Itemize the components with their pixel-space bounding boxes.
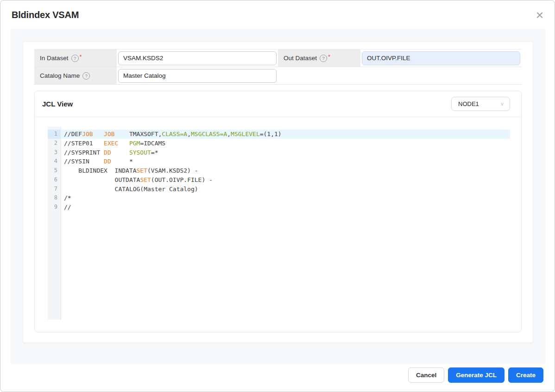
form-row: Catalog Name ? bbox=[34, 67, 522, 85]
code-line[interactable]: 4//SYSIN DD * bbox=[48, 157, 510, 166]
form-row: In Dataset ? * Out Dataset ? * bbox=[34, 50, 522, 67]
line-content: //SYSIN DD * bbox=[61, 157, 510, 166]
field-label-text: Catalog Name bbox=[40, 72, 80, 79]
line-content: OUTDATASET(OUT.OIVP.FILE) - bbox=[61, 175, 510, 185]
line-content: //STEP01 EXEC PGM=IDCAMS bbox=[61, 139, 510, 148]
line-number: 7 bbox=[48, 185, 61, 194]
line-number: 3 bbox=[48, 148, 61, 157]
jcl-view-panel: JCL View NODE1 ∨ 1//DEFJOB JOB TMAXSOFT,… bbox=[34, 91, 522, 332]
cancel-button[interactable]: Cancel bbox=[408, 367, 444, 383]
dialog-footer: Cancel Generate JCL Create bbox=[408, 367, 543, 383]
required-asterisk: * bbox=[80, 53, 82, 60]
out-dataset-input[interactable] bbox=[362, 51, 520, 65]
line-content: BLDINDEX INDATASET(VSAM.KSDS2) - bbox=[61, 166, 510, 175]
help-icon[interactable]: ? bbox=[82, 72, 90, 80]
code-line[interactable]: 3//SYSPRINT DD SYSOUT=* bbox=[48, 148, 510, 157]
code-line[interactable]: 7 CATALOG(Master Catalog) bbox=[48, 185, 510, 194]
dialog-content: In Dataset ? * Out Dataset ? * bbox=[11, 29, 545, 364]
required-asterisk: * bbox=[328, 53, 330, 60]
catalog-name-label: Catalog Name ? bbox=[34, 67, 117, 84]
line-number: 8 bbox=[48, 193, 61, 203]
line-content: /* bbox=[61, 193, 510, 203]
code-line[interactable]: 5 BLDINDEX INDATASET(VSAM.KSDS2) - bbox=[48, 166, 510, 175]
help-icon[interactable]: ? bbox=[71, 55, 79, 62]
code-line[interactable]: 6 OUTDATASET(OUT.OIVP.FILE) - bbox=[48, 175, 510, 185]
out-dataset-label: Out Dataset ? * bbox=[278, 50, 360, 67]
jcl-editor[interactable]: 1//DEFJOB JOB TMAXSOFT,CLASS=A,MSGCLASS=… bbox=[48, 127, 510, 320]
in-dataset-cell bbox=[117, 50, 278, 67]
node-select-value: NODE1 bbox=[458, 100, 479, 107]
catalog-name-cell bbox=[117, 67, 278, 84]
dataset-form: In Dataset ? * Out Dataset ? * bbox=[34, 49, 522, 85]
in-dataset-input[interactable] bbox=[118, 51, 277, 65]
line-number: 5 bbox=[48, 166, 61, 175]
code-line[interactable]: 1//DEFJOB JOB TMAXSOFT,CLASS=A,MSGCLASS=… bbox=[48, 130, 510, 139]
catalog-name-input[interactable] bbox=[118, 69, 277, 83]
close-icon[interactable]: × bbox=[533, 6, 546, 25]
create-button[interactable]: Create bbox=[508, 367, 543, 383]
code-line[interactable]: 8/* bbox=[48, 193, 510, 203]
out-dataset-cell bbox=[360, 50, 522, 67]
bldindex-vsam-dialog: Bldindex VSAM × In Dataset ? * Out Datas… bbox=[0, 0, 555, 392]
page-title: Bldindex VSAM bbox=[12, 10, 79, 20]
form-row-filler bbox=[278, 67, 522, 84]
line-content: //SYSPRINT DD SYSOUT=* bbox=[61, 148, 510, 157]
in-dataset-label: In Dataset ? * bbox=[34, 50, 117, 67]
jcl-editor-rows: 1//DEFJOB JOB TMAXSOFT,CLASS=A,MSGCLASS=… bbox=[48, 130, 510, 212]
help-icon[interactable]: ? bbox=[320, 55, 327, 62]
chevron-down-icon: ∨ bbox=[500, 101, 504, 107]
line-number: 4 bbox=[48, 157, 61, 166]
field-label-text: In Dataset bbox=[40, 55, 69, 62]
field-label-text: Out Dataset bbox=[284, 55, 317, 62]
line-number: 1 bbox=[48, 130, 61, 139]
line-number: 6 bbox=[48, 175, 61, 185]
code-line[interactable]: 2//STEP01 EXEC PGM=IDCAMS bbox=[48, 139, 510, 148]
content-card: In Dataset ? * Out Dataset ? * bbox=[23, 41, 533, 343]
line-content: CATALOG(Master Catalog) bbox=[61, 185, 510, 194]
jcl-panel-header: JCL View NODE1 ∨ bbox=[35, 91, 521, 117]
node-select[interactable]: NODE1 ∨ bbox=[451, 97, 510, 111]
jcl-panel-title: JCL View bbox=[42, 100, 73, 108]
line-number: 9 bbox=[48, 203, 61, 212]
code-line[interactable]: 9// bbox=[48, 203, 510, 212]
line-content: // bbox=[61, 203, 510, 212]
line-content: //DEFJOB JOB TMAXSOFT,CLASS=A,MSGCLASS=A… bbox=[61, 130, 510, 139]
line-number: 2 bbox=[48, 139, 61, 148]
generate-jcl-button[interactable]: Generate JCL bbox=[448, 367, 505, 383]
